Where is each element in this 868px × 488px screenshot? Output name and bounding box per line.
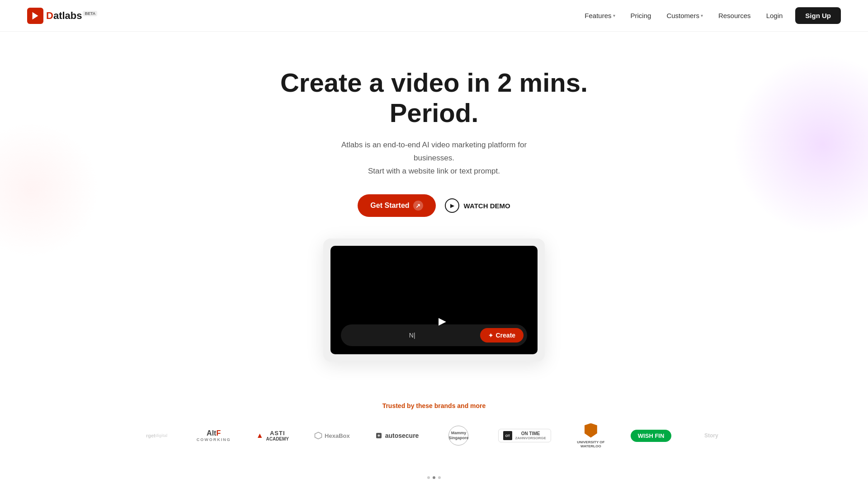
svg-marker-0	[33, 12, 38, 19]
hero-section: Create a video in 2 mins. Period. Atlabs…	[0, 32, 868, 380]
hero-cta-group: Get Started ↗ ▶ WATCH DEMO	[18, 194, 850, 217]
brands-row: rget digital AltF COWORKING ▲ ASTI ACADE…	[18, 422, 850, 449]
nav-item-resources[interactable]: Resources	[712, 8, 757, 23]
nav-item-customers[interactable]: Customers ▾	[660, 8, 709, 23]
brand-waterloo: UNIVERSITY OFWATERLOO	[564, 422, 618, 449]
brand-mammy: MammySingapore	[431, 422, 486, 449]
play-icon: ▶	[445, 198, 459, 213]
get-started-button[interactable]: Get Started ↗	[358, 194, 435, 217]
video-input-bar: N| ✦ Create	[341, 324, 527, 346]
hero-title: Create a video in 2 mins. Period.	[276, 68, 592, 128]
create-button[interactable]: ✦ Create	[480, 328, 524, 343]
logo-icon	[27, 8, 43, 24]
brand-story: Story	[684, 422, 738, 449]
brand-targetdigital: rget digital	[130, 422, 184, 449]
brand-asti: ▲ ASTI ACADEMY	[244, 422, 302, 449]
page-dot-1[interactable]	[427, 476, 430, 479]
svg-marker-1	[315, 432, 322, 439]
page-indicator	[0, 463, 868, 488]
nav-login-link[interactable]: Login	[760, 8, 789, 23]
chevron-down-icon: ▾	[613, 13, 615, 18]
autosecure-icon	[375, 432, 382, 439]
page-dot-3[interactable]	[438, 476, 441, 479]
nav-links: Features ▾ Pricing Customers ▾ Resources…	[578, 7, 841, 24]
page-dot-2[interactable]	[433, 476, 435, 479]
trusted-label: Trusted by these brands and more	[18, 402, 850, 409]
waterloo-shield-icon	[585, 423, 597, 438]
brand-autosecure: autosecure	[363, 422, 432, 449]
ontime-icon: OT	[503, 431, 512, 440]
navbar: DatlabsBETA Features ▾ Pricing Customers…	[0, 0, 868, 32]
brand-altf: AltF COWORKING	[184, 422, 244, 449]
brand-wishfin: WISH FIN	[618, 422, 684, 449]
asti-icon: ▲	[256, 432, 264, 440]
video-frame: ▶ N| ✦ Create	[330, 246, 538, 354]
hero-subtitle: Atlabs is an end-to-end AI video marketi…	[321, 139, 547, 178]
nav-item-features[interactable]: Features ▾	[578, 8, 621, 23]
nav-item-pricing[interactable]: Pricing	[624, 8, 658, 23]
arrow-icon: ↗	[413, 201, 423, 211]
beta-badge: BETA	[83, 11, 97, 16]
brand-ontime: OT ON TIME ZAHNVORSORGE	[486, 422, 563, 449]
video-demo-container: ▶ N| ✦ Create	[323, 239, 545, 361]
sparkle-icon: ✦	[488, 332, 493, 339]
logo-text: DatlabsBETA	[46, 10, 97, 22]
hexabox-icon	[314, 432, 322, 440]
video-input-text[interactable]: N|	[348, 332, 476, 339]
watch-demo-button[interactable]: ▶ WATCH DEMO	[445, 198, 510, 213]
brand-hexabox: HexaBox	[302, 422, 363, 449]
logo[interactable]: DatlabsBETA	[27, 8, 97, 24]
chevron-down-icon: ▾	[701, 13, 703, 18]
svg-text:OT: OT	[505, 434, 510, 438]
trusted-section: Trusted by these brands and more rget di…	[0, 380, 868, 463]
nav-signup-button[interactable]: Sign Up	[795, 7, 841, 24]
